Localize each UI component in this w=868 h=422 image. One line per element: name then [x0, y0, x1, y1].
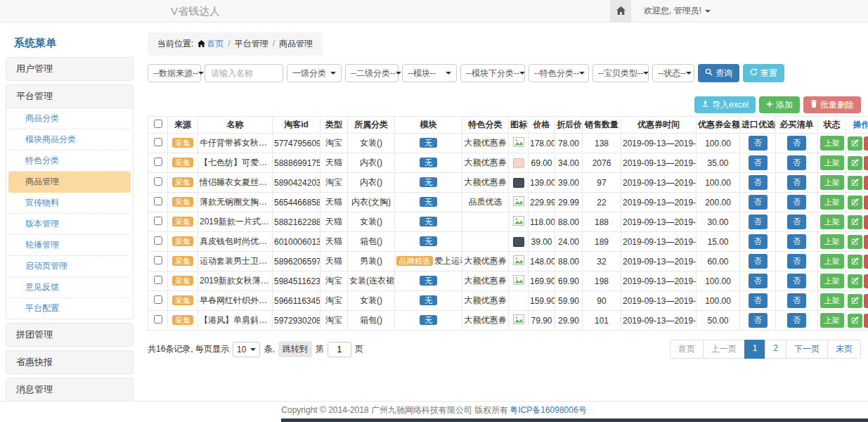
import-pick-toggle[interactable]: 否: [749, 313, 767, 328]
must-buy-toggle[interactable]: 否: [787, 136, 806, 151]
must-buy-toggle[interactable]: 否: [787, 313, 806, 328]
filter-select[interactable]: --二级分类--: [345, 64, 399, 82]
edit-button[interactable]: [848, 156, 862, 170]
row-checkbox[interactable]: [154, 295, 162, 304]
edit-button[interactable]: [848, 274, 862, 288]
reset-button[interactable]: 重置: [743, 64, 784, 82]
delete-button[interactable]: [864, 196, 868, 210]
page-number-input[interactable]: [328, 342, 351, 357]
status-toggle[interactable]: 上架: [820, 195, 844, 210]
import-pick-toggle[interactable]: 否: [749, 195, 767, 210]
row-checkbox[interactable]: [154, 138, 162, 146]
page-button[interactable]: 上一页: [703, 340, 745, 359]
import-pick-toggle[interactable]: 否: [749, 234, 767, 249]
edit-button[interactable]: [848, 136, 862, 151]
batch-delete-button[interactable]: 批量删除: [803, 96, 861, 113]
must-buy-toggle[interactable]: 否: [787, 195, 806, 210]
filter-select[interactable]: --状态--: [652, 64, 694, 82]
home-icon-button[interactable]: [610, 0, 631, 22]
sidebar-item-group[interactable]: 消息管理: [6, 378, 133, 401]
delete-button[interactable]: [864, 176, 868, 190]
icp-link[interactable]: 粤ICP备16098006号: [510, 404, 586, 416]
row-checkbox[interactable]: [154, 315, 162, 324]
must-buy-toggle[interactable]: 否: [787, 293, 806, 308]
status-toggle[interactable]: 上架: [820, 136, 844, 151]
edit-button[interactable]: [848, 255, 862, 269]
edit-button[interactable]: [848, 176, 862, 190]
sidebar-item-group[interactable]: 拼团管理: [6, 324, 133, 346]
sidebar-subitem[interactable]: 宣传物料: [8, 193, 131, 214]
filter-select[interactable]: 一级分类: [287, 64, 342, 82]
delete-button[interactable]: [864, 136, 868, 151]
page-button[interactable]: 2: [765, 340, 786, 359]
sidebar-subitem[interactable]: 版本管理: [8, 214, 131, 235]
filter-select[interactable]: --模块下分类--: [460, 64, 525, 82]
sidebar-item-platform[interactable]: 平台管理: [6, 85, 133, 108]
delete-button[interactable]: [864, 294, 868, 308]
row-checkbox[interactable]: [154, 158, 162, 166]
status-toggle[interactable]: 上架: [820, 234, 844, 249]
delete-button[interactable]: [864, 215, 868, 229]
jump-button[interactable]: 跳转到: [278, 341, 312, 357]
per-page-select[interactable]: 10: [233, 342, 260, 357]
edit-button[interactable]: [848, 235, 862, 249]
sidebar-item-group[interactable]: 省惠快报: [6, 351, 133, 373]
row-checkbox[interactable]: [154, 276, 162, 284]
edit-button[interactable]: [848, 294, 862, 308]
page-button[interactable]: 下一页: [786, 340, 828, 359]
import-pick-toggle[interactable]: 否: [749, 215, 767, 229]
must-buy-toggle[interactable]: 否: [787, 254, 806, 269]
row-checkbox[interactable]: [154, 177, 162, 186]
import-pick-toggle[interactable]: 否: [749, 175, 767, 190]
delete-button[interactable]: [864, 235, 868, 249]
delete-button[interactable]: [864, 274, 868, 288]
must-buy-toggle[interactable]: 否: [787, 155, 806, 170]
sidebar-subitem[interactable]: 启动页管理: [8, 256, 131, 277]
must-buy-toggle[interactable]: 否: [787, 234, 806, 249]
import-pick-toggle[interactable]: 否: [749, 136, 767, 151]
page-button[interactable]: 末页: [827, 340, 861, 359]
delete-button[interactable]: [864, 314, 868, 328]
filter-select[interactable]: --模块--: [402, 64, 457, 82]
import-excel-button[interactable]: 导入excel: [694, 96, 756, 113]
query-button[interactable]: 查询: [698, 64, 739, 82]
page-button[interactable]: 1: [744, 340, 766, 359]
sidebar-subitem[interactable]: 轮播管理: [8, 235, 131, 256]
filter-select[interactable]: --特色分类--: [529, 64, 589, 82]
filter-select[interactable]: --宝贝类型--: [592, 64, 649, 82]
user-menu[interactable]: 欢迎您, 管理员!: [644, 5, 711, 17]
status-toggle[interactable]: 上架: [820, 313, 844, 328]
sidebar-subitem[interactable]: 模块商品分类: [8, 129, 131, 151]
page-button[interactable]: 首页: [670, 340, 704, 359]
sidebar-subitem[interactable]: 商品管理: [8, 172, 131, 193]
delete-button[interactable]: [864, 156, 868, 170]
status-toggle[interactable]: 上架: [820, 274, 844, 288]
filter-select[interactable]: --数据来源--: [148, 64, 201, 82]
sidebar-subitem[interactable]: 商品分类: [8, 108, 131, 129]
sidebar-subitem[interactable]: 平台配置: [8, 298, 131, 319]
import-pick-toggle[interactable]: 否: [749, 274, 767, 288]
row-checkbox[interactable]: [154, 217, 162, 225]
breadcrumb-home-link[interactable]: 首页: [207, 39, 224, 49]
select-all-checkbox[interactable]: [154, 120, 162, 128]
add-button[interactable]: 添加: [759, 96, 800, 113]
status-toggle[interactable]: 上架: [820, 175, 844, 190]
delete-button[interactable]: [864, 255, 868, 269]
import-pick-toggle[interactable]: 否: [749, 254, 767, 269]
import-pick-toggle[interactable]: 否: [749, 293, 767, 308]
search-input[interactable]: [205, 64, 283, 82]
row-checkbox[interactable]: [154, 236, 162, 245]
status-toggle[interactable]: 上架: [820, 155, 844, 170]
import-pick-toggle[interactable]: 否: [749, 155, 767, 170]
row-checkbox[interactable]: [154, 256, 162, 264]
sidebar-subitem[interactable]: 特色分类: [8, 151, 131, 172]
status-toggle[interactable]: 上架: [820, 254, 844, 269]
status-toggle[interactable]: 上架: [820, 215, 844, 229]
sidebar-subitem[interactable]: 意见反馈: [8, 277, 131, 298]
row-checkbox[interactable]: [154, 197, 162, 205]
edit-button[interactable]: [848, 215, 862, 229]
sidebar-item-users[interactable]: 用户管理: [6, 58, 133, 80]
must-buy-toggle[interactable]: 否: [787, 215, 806, 229]
must-buy-toggle[interactable]: 否: [787, 175, 806, 190]
status-toggle[interactable]: 上架: [820, 293, 844, 308]
